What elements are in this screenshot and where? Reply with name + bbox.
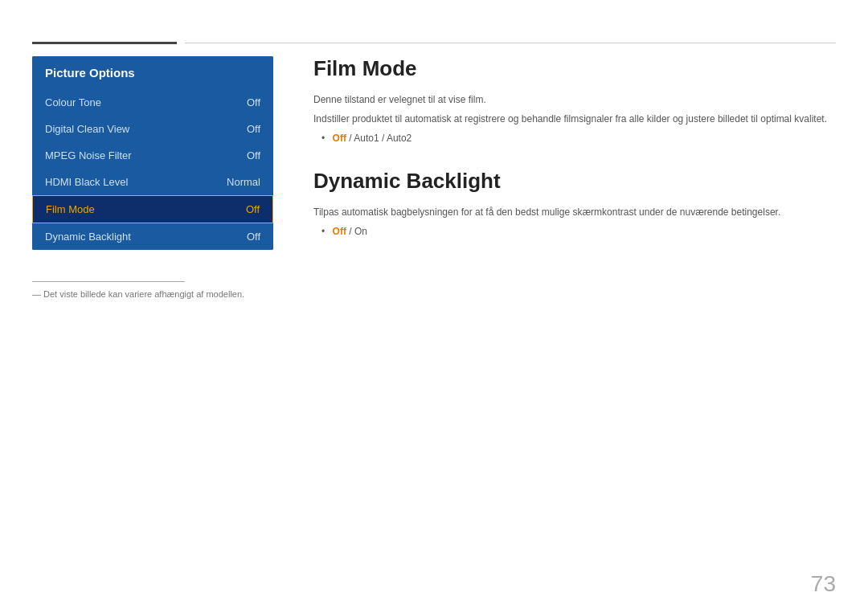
page-number: 73 <box>811 571 836 597</box>
dynamic-backlight-title: Dynamic Backlight <box>313 169 836 194</box>
film-mode-section: Film Mode Denne tilstand er velegnet til… <box>313 56 836 146</box>
hdmi-black-level-value: Normal <box>227 176 260 188</box>
content-area: Film Mode Denne tilstand er velegnet til… <box>313 56 836 244</box>
dynamic-backlight-label: Dynamic Backlight <box>45 231 131 243</box>
colour-tone-label: Colour Tone <box>45 96 101 108</box>
colour-tone-value: Off <box>247 96 260 108</box>
dynamic-backlight-on-text: / On <box>349 226 367 237</box>
digital-clean-view-value: Off <box>247 123 260 135</box>
top-lines <box>32 42 836 44</box>
mpeg-noise-filter-value: Off <box>247 149 260 161</box>
film-mode-options: Off / Auto1 / Auto2 <box>313 131 836 146</box>
film-mode-value: Off <box>246 203 260 215</box>
film-mode-desc1: Denne tilstand er velegnet til at vise f… <box>313 92 836 107</box>
film-mode-title: Film Mode <box>313 56 836 81</box>
dynamic-backlight-section: Dynamic Backlight Tilpas automatisk bagb… <box>313 169 836 239</box>
film-mode-desc2: Indstiller produktet til automatisk at r… <box>313 112 836 126</box>
digital-clean-view-label: Digital Clean View <box>45 123 129 135</box>
menu-item-film-mode[interactable]: Film Mode Off <box>32 195 273 223</box>
top-line-dark <box>32 42 177 44</box>
picture-options-panel: Picture Options Colour Tone Off Digital … <box>32 56 273 250</box>
menu-item-mpeg-noise-filter[interactable]: MPEG Noise Filter Off <box>32 142 273 169</box>
menu-item-dynamic-backlight[interactable]: Dynamic Backlight Off <box>32 223 273 250</box>
hdmi-black-level-label: HDMI Black Level <box>45 176 128 188</box>
dynamic-backlight-value: Off <box>247 231 260 243</box>
mpeg-noise-filter-label: MPEG Noise Filter <box>45 149 132 161</box>
menu-item-colour-tone[interactable]: Colour Tone Off <box>32 89 273 116</box>
film-mode-off-highlight: Off <box>333 133 346 144</box>
film-mode-options-text: / Auto1 / Auto2 <box>349 133 411 144</box>
film-mode-label: Film Mode <box>46 203 95 215</box>
top-line-light <box>185 43 836 43</box>
panel-header: Picture Options <box>32 56 273 89</box>
separator-line <box>32 281 185 282</box>
menu-item-hdmi-black-level[interactable]: HDMI Black Level Normal <box>32 169 273 195</box>
dynamic-backlight-options: Off / On <box>313 224 836 239</box>
footer-note: ― Det viste billede kan variere afhængig… <box>32 289 244 299</box>
dynamic-backlight-desc: Tilpas automatisk bagbelysningen for at … <box>313 205 836 219</box>
menu-item-digital-clean-view[interactable]: Digital Clean View Off <box>32 116 273 142</box>
dynamic-backlight-off-highlight: Off <box>333 226 346 237</box>
